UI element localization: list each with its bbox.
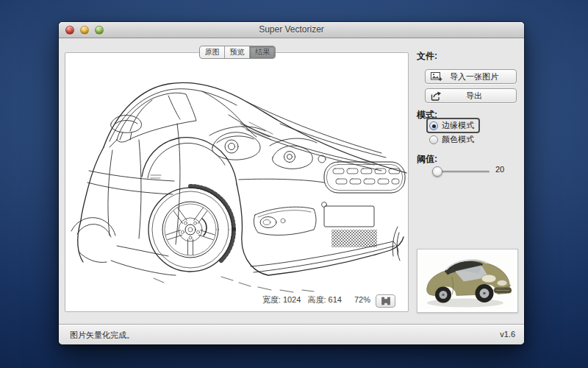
mode-option-edge[interactable]: 边缘模式 xyxy=(426,118,480,133)
export-button[interactable]: 导出 xyxy=(425,88,517,103)
view-segmented-control: 原图 预览 结果 xyxy=(199,46,276,59)
fit-to-window-button[interactable] xyxy=(376,294,395,308)
title-bar[interactable]: Super Vectorizer xyxy=(59,22,524,38)
width-value: 1024 xyxy=(283,295,301,304)
version-label: v1.6 xyxy=(500,330,515,339)
threshold-section-label: 阈值: xyxy=(417,153,437,166)
app-window: Super Vectorizer 原图 预览 结果 xyxy=(59,22,524,344)
original-image-thumbnail xyxy=(417,249,518,313)
width-label: 宽度: xyxy=(262,295,281,304)
picture-plus-icon xyxy=(431,72,442,82)
vectorized-car-lineart xyxy=(65,53,408,311)
mode-option-color[interactable]: 颜色模式 xyxy=(429,134,474,145)
threshold-value: 20 xyxy=(495,165,504,174)
image-dimensions-status: 宽度: 1024 高度: 614 72% xyxy=(262,294,370,305)
export-button-label: 导出 xyxy=(442,91,516,102)
mode-color-label: 颜色模式 xyxy=(442,134,474,145)
import-button-label: 导入一张图片 xyxy=(442,71,516,82)
original-car-photo xyxy=(420,252,515,310)
zoom-percent: 72% xyxy=(354,295,370,304)
height-value: 614 xyxy=(329,295,342,304)
radio-unselected-icon[interactable] xyxy=(429,135,438,144)
minimize-button-icon[interactable] xyxy=(80,26,89,35)
window-title: Super Vectorizer xyxy=(59,22,524,38)
status-bar: 图片矢量化完成。 v1.6 xyxy=(59,324,524,344)
file-section-label: 文件: xyxy=(417,50,437,63)
threshold-slider-track[interactable] xyxy=(432,171,490,173)
fit-to-window-icon xyxy=(381,297,391,305)
height-label: 高度: xyxy=(307,295,326,304)
share-arrow-icon xyxy=(431,91,442,101)
result-canvas: 宽度: 1024 高度: 614 72% xyxy=(65,52,409,312)
import-image-button[interactable]: 导入一张图片 xyxy=(425,69,517,84)
mode-edge-label: 边缘模式 xyxy=(442,120,474,131)
tab-result[interactable]: 结果 xyxy=(250,46,275,58)
tab-original[interactable]: 原图 xyxy=(200,46,225,58)
tab-preview[interactable]: 预览 xyxy=(225,46,250,58)
radio-selected-icon[interactable] xyxy=(429,121,438,130)
main-content: 原图 预览 结果 xyxy=(59,38,524,324)
status-message: 图片矢量化完成。 xyxy=(70,330,135,341)
threshold-slider-knob[interactable] xyxy=(432,166,442,177)
close-button-icon[interactable] xyxy=(65,26,74,35)
window-controls xyxy=(65,26,104,35)
zoom-button-icon[interactable] xyxy=(95,26,104,35)
